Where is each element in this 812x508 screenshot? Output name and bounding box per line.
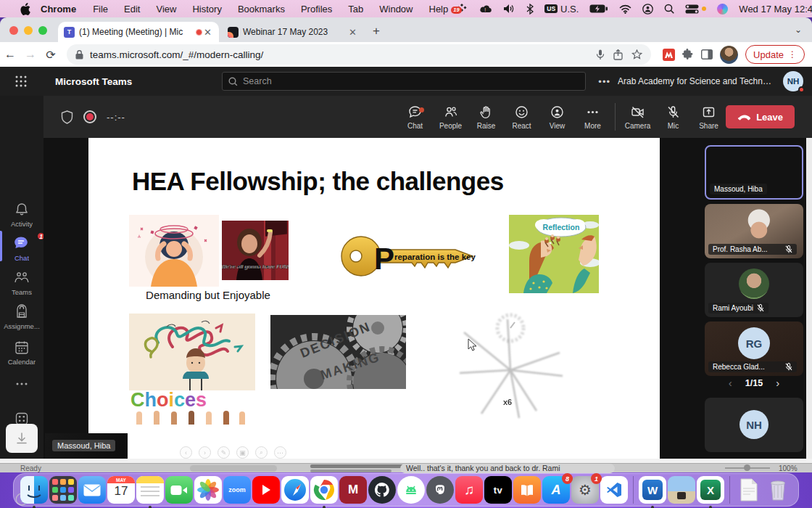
youtube-icon[interactable]: [252, 476, 280, 504]
menu-history[interactable]: History: [184, 4, 229, 15]
tab-webinar[interactable]: Webinar 17 May 2023 ✕: [222, 22, 364, 42]
cloud-status-icon[interactable]: !: [479, 4, 492, 14]
apple-menu-icon[interactable]: [20, 3, 30, 15]
menu-clock[interactable]: Wed 17 May 12:47 PM: [739, 4, 812, 15]
safari-icon[interactable]: [281, 476, 309, 504]
launchpad-icon[interactable]: [49, 476, 77, 504]
music-icon[interactable]: ♫: [455, 476, 483, 504]
keyboard-layout-icon[interactable]: US U.S.: [544, 4, 579, 15]
pen-icon[interactable]: ✎: [218, 446, 230, 459]
share-button[interactable]: Share: [691, 105, 726, 130]
presenter-controls-ghost[interactable]: ‹ › ✎ ▣ ⌕ ⋯: [180, 446, 286, 459]
calendar-icon[interactable]: MAY17: [107, 476, 135, 504]
side-panel-icon[interactable]: [701, 49, 713, 60]
zoom-app-icon[interactable]: zoom: [223, 476, 251, 504]
menu-profiles[interactable]: Profiles: [293, 4, 340, 15]
mastodon-icon[interactable]: [426, 476, 454, 504]
download-app-button[interactable]: [6, 424, 38, 453]
participant-tile-massoud[interactable]: Massoud, Hiba: [705, 145, 803, 200]
tab-search-chevron-icon[interactable]: ⌄: [795, 25, 802, 35]
presenter-video-tile[interactable]: Massoud, Hiba: [45, 433, 128, 459]
sidebar-item-more[interactable]: [0, 381, 44, 387]
close-tab-icon[interactable]: ✕: [202, 27, 213, 38]
teams-search-input[interactable]: Search: [222, 72, 586, 91]
share-page-icon[interactable]: [613, 49, 623, 60]
android-studio-icon[interactable]: [397, 476, 425, 504]
people-button[interactable]: People: [433, 105, 468, 130]
forward-button[interactable]: →: [20, 48, 41, 61]
screen-mirroring-icon[interactable]: [642, 4, 653, 15]
magnifier-icon[interactable]: ⌕: [255, 446, 268, 459]
raise-hand-button[interactable]: Raise: [468, 105, 504, 130]
finder-icon[interactable]: [20, 476, 48, 504]
sidebar-item-chat[interactable]: 1 Chat: [0, 235, 44, 262]
extensions-puzzle-icon[interactable]: [682, 49, 694, 60]
page-prev-icon[interactable]: ‹: [729, 377, 732, 389]
github-icon[interactable]: [368, 476, 396, 504]
volume-icon[interactable]: [503, 4, 515, 14]
bluetooth-icon[interactable]: [526, 4, 534, 15]
facetime-icon[interactable]: [165, 476, 193, 504]
apple-tv-icon[interactable]: tv: [484, 476, 512, 504]
back-button[interactable]: ←: [0, 48, 20, 61]
security-shield-icon[interactable]: [61, 110, 73, 124]
more-options-icon[interactable]: •••: [598, 76, 610, 87]
siri-icon[interactable]: [717, 4, 728, 15]
mail-icon[interactable]: [78, 476, 106, 504]
menu-file[interactable]: File: [85, 4, 116, 15]
react-button[interactable]: React: [504, 105, 539, 130]
sidebar-item-calendar[interactable]: Calendar: [0, 340, 44, 366]
new-tab-button[interactable]: +: [373, 25, 380, 37]
menu-chrome[interactable]: Chrome: [32, 4, 85, 15]
trash-icon[interactable]: [764, 476, 792, 504]
teams-profile-avatar[interactable]: NH: [783, 71, 803, 91]
close-tab-icon[interactable]: ✕: [347, 27, 358, 38]
participant-tile-rebecca[interactable]: RG Rebecca Glad...: [705, 321, 803, 376]
chrome-icon[interactable]: [310, 476, 338, 504]
page-scrollbar[interactable]: [806, 138, 812, 462]
leave-button[interactable]: Leave: [726, 105, 795, 128]
voice-search-icon[interactable]: [596, 49, 605, 60]
photos-icon[interactable]: [194, 476, 222, 504]
sidebar-item-activity[interactable]: Activity: [0, 202, 44, 228]
close-window-button[interactable]: [9, 26, 18, 35]
participant-tile-rasha[interactable]: Prof. Rasha Ab...: [705, 204, 803, 258]
zoom-slider-knob[interactable]: [744, 464, 750, 471]
extension-tray-icon[interactable]: 19: [456, 3, 468, 15]
org-name[interactable]: Arab Academy for Science and Technol...: [618, 76, 776, 86]
vscode-icon[interactable]: [600, 476, 628, 504]
menu-edit[interactable]: Edit: [116, 4, 148, 15]
chrome-profile-avatar[interactable]: [720, 46, 738, 64]
bookmark-star-icon[interactable]: [631, 49, 642, 60]
view-button[interactable]: View: [539, 105, 575, 130]
tab-meeting[interactable]: T (1) Meeting (Meeting) | Mic ✕: [58, 22, 219, 42]
battery-icon[interactable]: [589, 4, 608, 13]
sidebar-item-teams[interactable]: Teams: [0, 270, 44, 296]
preview-image-icon[interactable]: [668, 476, 695, 504]
word-icon[interactable]: W: [639, 476, 666, 504]
sidebar-item-assignments[interactable]: Assignme...: [0, 303, 44, 330]
books-icon[interactable]: [513, 476, 541, 504]
menu-bookmarks[interactable]: Bookmarks: [230, 4, 293, 15]
more-button[interactable]: More: [575, 105, 610, 130]
waffle-menu-icon[interactable]: [14, 75, 29, 88]
next-slide-icon[interactable]: ›: [199, 446, 211, 459]
mendeley-icon[interactable]: M: [339, 476, 367, 504]
self-video-tile[interactable]: NH: [705, 398, 803, 452]
prev-slide-icon[interactable]: ‹: [180, 446, 192, 459]
menu-window[interactable]: Window: [371, 4, 420, 15]
wifi-icon[interactable]: [619, 4, 631, 14]
highlight-icon[interactable]: ▣: [236, 446, 249, 459]
camera-button[interactable]: Camera: [620, 105, 655, 130]
menu-tab[interactable]: Tab: [340, 4, 371, 15]
participant-tile-rami[interactable]: Rami Ayoubi: [705, 263, 803, 317]
notes-icon[interactable]: [136, 476, 164, 504]
reload-button[interactable]: ⟳: [41, 48, 61, 62]
menu-view[interactable]: View: [148, 4, 184, 15]
chrome-update-button[interactable]: Update ⋮: [745, 45, 805, 64]
page-next-icon[interactable]: ›: [776, 377, 779, 389]
minimize-window-button[interactable]: [24, 26, 33, 35]
chat-button[interactable]: Chat: [397, 105, 433, 130]
zoom-window-button[interactable]: [38, 26, 47, 35]
more-controls-icon[interactable]: ⋯: [274, 446, 286, 459]
